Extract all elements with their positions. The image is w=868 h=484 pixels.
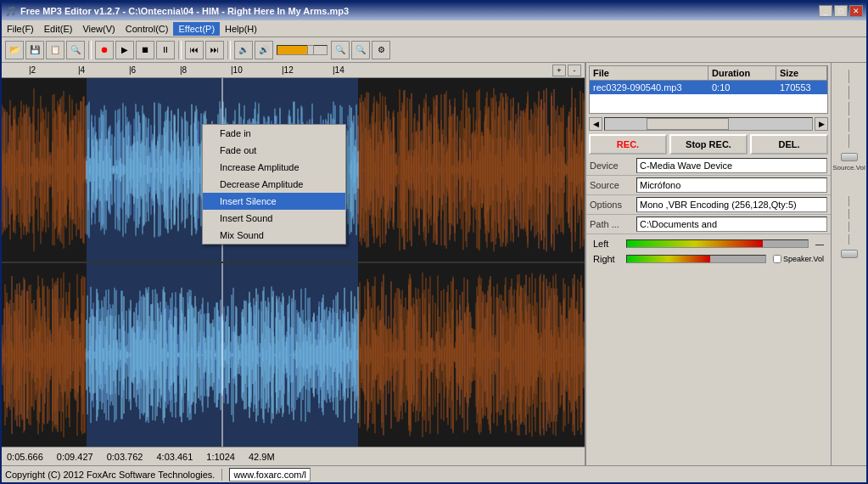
path-label: Path ... [590, 219, 636, 229]
vol-tick-6 [848, 196, 849, 206]
menu-edit[interactable]: Edit(E) [39, 22, 78, 36]
time-2: 0:09.427 [57, 452, 93, 462]
file-list-body: rec0329-090540.mp3 0:10 170553 [589, 80, 828, 114]
options-label: Options [590, 200, 636, 210]
vol-down-icon[interactable]: 🔉 [234, 41, 253, 59]
waveform-bottom-canvas[interactable] [2, 263, 585, 447]
play-button[interactable]: ▶ [115, 41, 134, 59]
maximize-button[interactable]: □ [834, 5, 848, 17]
vol-sliders-panel: Source.Vol [831, 63, 866, 465]
ruler: |2 |4 |6 |8 |10 |12 |14 + - [2, 63, 585, 78]
time-5: 1:1024 [206, 452, 235, 462]
menu-view[interactable]: View(V) [77, 22, 120, 36]
ruler-mark-4: |4 [78, 65, 85, 75]
header-file: File [590, 66, 708, 80]
right-panel: File Duration Size rec0329-090540.mp3 0:… [585, 63, 831, 465]
time-4: 4:03.461 [156, 452, 193, 462]
source-vol-knob[interactable] [841, 153, 858, 161]
waveform-bottom[interactable] [2, 263, 585, 447]
options-value: Mono ,VBR Encoding (256,128,Qty:5) [636, 197, 827, 212]
zoom-in-button[interactable]: 🔍 [331, 41, 350, 59]
speaker-vol-knob[interactable] [841, 250, 858, 258]
file-name: rec0329-090540.mp3 [590, 82, 708, 93]
toolbar: 📂 💾 📋 🔍 ⏺ ▶ ⏹ ⏸ ⏮ ⏭ 🔉 🔊 🔍 🔍 ⚙ [2, 37, 866, 63]
time-bar: 0:05.666 0:09.427 0:03.762 4:03.461 1:10… [2, 447, 585, 465]
right-level-label: Right [593, 254, 623, 264]
menu-insert-silence[interactable]: Insert Silence [203, 193, 345, 210]
time-3: 0:03.762 [107, 452, 143, 462]
vol-tick-5 [848, 134, 849, 148]
status-sep [221, 469, 222, 481]
ruler-mark-12: |12 [282, 65, 294, 75]
tool-btn-4[interactable]: 🔍 [66, 41, 85, 59]
del-button[interactable]: DEL. [750, 134, 828, 155]
main-content: |2 |4 |6 |8 |10 |12 |14 + - [2, 63, 866, 465]
ruler-mark-14: |14 [333, 65, 344, 75]
file-size-cell: 170553 [776, 82, 827, 93]
zoom-plus-btn[interactable]: + [552, 65, 566, 76]
scroll-right-btn[interactable]: ▶ [815, 117, 828, 131]
menu-file[interactable]: File(F) [2, 22, 39, 36]
menu-mix-sound[interactable]: Mix Sound [203, 227, 345, 244]
waveform-area: |2 |4 |6 |8 |10 |12 |14 + - [2, 63, 585, 465]
menu-increase-amplitude[interactable]: Increase Amplitude [203, 159, 345, 176]
menu-help[interactable]: Help(H) [220, 22, 262, 36]
options-row: Options Mono ,VBR Encoding (256,128,Qty:… [586, 195, 831, 215]
scroll-left-btn[interactable]: ◀ [589, 117, 602, 131]
skip-back-button[interactable]: ⏮ [185, 41, 204, 59]
zoom-minus-btn[interactable]: - [568, 65, 581, 76]
menu-bar: File(F) Edit(E) View(V) Control(C) Effec… [2, 20, 866, 37]
stop-rec-button[interactable]: Stop REC. [669, 134, 748, 155]
minimize-button[interactable]: _ [819, 5, 832, 17]
source-label: Source [590, 180, 636, 190]
menu-insert-sound[interactable]: Insert Sound [203, 210, 345, 227]
skip-fwd-button[interactable]: ⏭ [205, 41, 224, 59]
header-duration: Duration [708, 66, 776, 80]
left-level-fill [627, 240, 763, 247]
ruler-mark-8: |8 [180, 65, 187, 75]
scrollbar-track[interactable] [604, 117, 813, 131]
file-list: File Duration Size rec0329-090540.mp3 0:… [586, 63, 831, 114]
open-button[interactable]: 📂 [5, 41, 24, 59]
file-row[interactable]: rec0329-090540.mp3 0:10 170553 [590, 81, 827, 94]
speaker-vol-checkbox[interactable] [773, 255, 781, 263]
device-label: Device [590, 160, 636, 171]
rec-button[interactable]: REC. [589, 134, 667, 155]
website-link[interactable]: www.foxarc.com/l [229, 468, 311, 481]
ruler-mark-6: |6 [129, 65, 136, 75]
levels-section: Left — Right Speaker.Vol [586, 234, 831, 268]
path-row: Path ... C:\Documents and [586, 215, 831, 234]
menu-fade-out[interactable]: Fade out [203, 142, 345, 159]
save-button[interactable]: 💾 [25, 41, 44, 59]
source-value: Micrófono [636, 177, 827, 193]
menu-effect[interactable]: Effect(P) [173, 22, 220, 36]
effect-menu: Fade in Fade out Increase Amplitude Decr… [202, 124, 346, 245]
volume-slider[interactable] [277, 45, 328, 55]
close-button[interactable]: ✕ [849, 5, 863, 17]
stop-button[interactable]: ⏹ [136, 41, 154, 59]
vol-tick-3 [848, 102, 849, 115]
scrollbar-row: ◀ ▶ [586, 115, 831, 132]
zoom-out-button[interactable]: 🔍 [351, 41, 370, 59]
copyright-text: Copyright (C) 2012 FoxArc Software Techn… [5, 470, 215, 480]
status-bar: Copyright (C) 2012 FoxArc Software Techn… [2, 465, 866, 482]
vol-tick-9 [848, 234, 849, 245]
menu-control[interactable]: Control(C) [120, 22, 174, 36]
source-vol-label: Source.Vol [832, 165, 865, 172]
rec-button[interactable]: ⏺ [95, 41, 114, 59]
vol-tick-7 [848, 209, 849, 219]
vol-up-icon[interactable]: 🔊 [255, 41, 273, 59]
pause-button[interactable]: ⏸ [156, 41, 175, 59]
menu-fade-in[interactable]: Fade in [203, 125, 345, 142]
left-level-row: Left — [590, 236, 827, 251]
file-list-header: File Duration Size [589, 65, 828, 80]
app-icon: 🎵 [5, 6, 17, 17]
left-level-label: Left [593, 239, 623, 249]
right-level-bar [626, 255, 766, 263]
menu-decrease-amplitude[interactable]: Decrease Amplitude [203, 176, 345, 193]
right-level-row: Right Speaker.Vol [590, 251, 827, 267]
vol-tick-1 [848, 70, 849, 83]
vol-tick-8 [848, 222, 849, 232]
settings-button[interactable]: ⚙ [372, 41, 390, 59]
tool-btn-3[interactable]: 📋 [46, 41, 64, 59]
